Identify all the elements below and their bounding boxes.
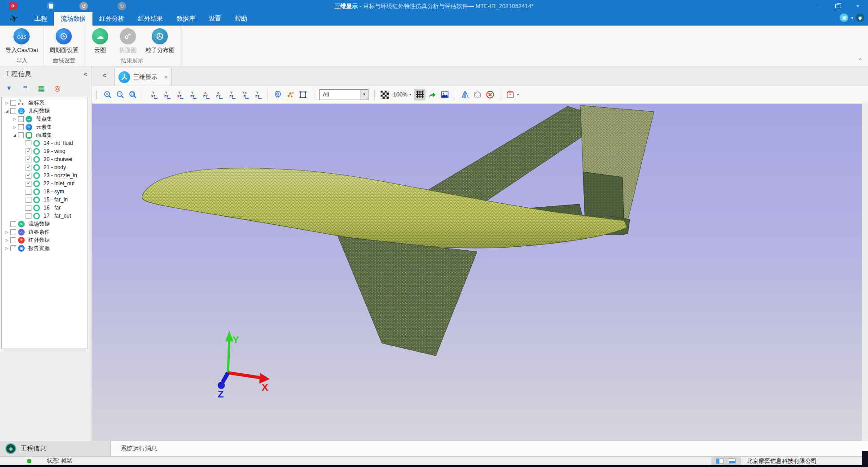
checkbox-unchecked[interactable] xyxy=(10,221,16,227)
grid-view-button[interactable]: ▦ xyxy=(36,83,47,93)
checkbox-checked[interactable] xyxy=(26,157,31,162)
tree-item-11[interactable]: 18 - sym xyxy=(2,188,88,196)
expand-arrow-icon[interactable]: ▷ xyxy=(4,238,10,242)
tree-item-7[interactable]: 20 - chuiwei xyxy=(2,155,88,163)
tree-item-9[interactable]: 23 - nozzle_in xyxy=(2,171,88,179)
menu-item-6[interactable]: 帮助 xyxy=(228,12,254,26)
tree-item-6[interactable]: 19 - wing xyxy=(2,147,88,155)
view-iso-3-button[interactable]: Yzx xyxy=(251,89,263,100)
display-filter-dropdown[interactable]: All ▼ xyxy=(319,89,368,100)
checkbox-unchecked[interactable] xyxy=(10,237,16,243)
transparency-button[interactable] xyxy=(379,89,390,100)
zoom-out-button[interactable] xyxy=(114,89,126,100)
clear-view-button[interactable] xyxy=(484,89,496,100)
zoom-caret-icon[interactable]: ▾ xyxy=(409,92,411,96)
filter-button[interactable]: ▼ xyxy=(4,83,14,93)
tree-item-0[interactable]: ▷yzx坐标系 xyxy=(2,99,88,107)
checkbox-checked[interactable] xyxy=(26,181,31,187)
expand-arrow-icon[interactable]: ▷ xyxy=(4,101,10,105)
checkbox-unchecked[interactable] xyxy=(26,189,31,195)
toolbar-grip[interactable] xyxy=(96,90,98,99)
viewport-3d[interactable]: Y X Z xyxy=(92,104,862,441)
tree-item-15[interactable]: <流场数据 xyxy=(2,220,88,228)
checkbox-unchecked[interactable] xyxy=(26,205,31,211)
camera-button[interactable] xyxy=(272,89,284,100)
theme-button[interactable]: ▣ xyxy=(840,13,848,22)
layout-bottom-icon[interactable] xyxy=(728,458,736,464)
app-plane-button[interactable]: ✈ xyxy=(9,2,17,10)
tree-item-13[interactable]: 16 - far xyxy=(2,204,88,212)
checkbox-checked[interactable] xyxy=(26,173,31,179)
expand-arrow-icon[interactable]: ▷ xyxy=(12,117,18,121)
tree-item-12[interactable]: 15 - far_in xyxy=(2,196,88,204)
checkbox-unchecked[interactable] xyxy=(18,132,24,138)
zoom-level-value[interactable]: 100% xyxy=(393,92,408,98)
save-button[interactable] xyxy=(47,2,55,10)
menu-item-5[interactable]: 设置 xyxy=(202,12,228,26)
tree-item-2[interactable]: ▷••节点集 xyxy=(2,115,88,123)
select-region-button[interactable] xyxy=(297,89,309,100)
checkbox-checked[interactable] xyxy=(26,165,31,170)
locate-button[interactable]: ◎ xyxy=(52,83,63,93)
caret-down-icon[interactable]: ▾ xyxy=(851,16,853,20)
tree-item-5[interactable]: 14 - int_fluid xyxy=(2,139,88,147)
tree-item-18[interactable]: ▷▣报告资源 xyxy=(2,244,88,252)
checkbox-unchecked[interactable] xyxy=(26,213,31,219)
maximize-button[interactable] xyxy=(827,0,847,12)
tree-item-8[interactable]: 21 - body xyxy=(2,163,88,171)
checkbox-unchecked[interactable] xyxy=(26,197,31,203)
menu-item-3[interactable]: 红外结果 xyxy=(131,12,170,26)
mesh-grid-toggle[interactable] xyxy=(414,89,425,100)
collapse-all-button[interactable]: ≡ xyxy=(20,83,31,93)
expand-arrow-icon[interactable]: ▷ xyxy=(4,230,10,234)
cloud-plot-button[interactable]: ☁ 云图 xyxy=(87,27,113,55)
checkbox-unchecked[interactable] xyxy=(18,116,24,122)
export-share-button[interactable] xyxy=(426,89,438,100)
view-back-button[interactable]: Yzx xyxy=(186,89,198,100)
layout-split-icon[interactable] xyxy=(716,458,723,464)
panel-collapse-button[interactable]: < xyxy=(83,71,87,78)
view-iso-1-button[interactable]: Yzx xyxy=(225,89,237,100)
checkbox-unchecked[interactable] xyxy=(10,229,16,235)
tree-item-10[interactable]: 22 - inlet_out xyxy=(2,179,88,188)
snapshot-button[interactable] xyxy=(439,89,451,100)
particle-plot-button[interactable]: 粒子分布图 xyxy=(143,27,177,55)
menu-item-4[interactable]: 数据库 xyxy=(170,12,202,26)
ribbon-collapse-button[interactable]: ^ xyxy=(859,57,862,63)
tree-item-16[interactable]: ▷∴边界条件 xyxy=(2,228,88,236)
checkbox-checked[interactable] xyxy=(26,148,31,154)
close-button[interactable]: × xyxy=(847,0,868,12)
checkbox-unchecked[interactable] xyxy=(10,100,16,106)
view-iso-2-button[interactable]: Yxz xyxy=(238,89,250,100)
mirror-button[interactable] xyxy=(459,89,471,100)
view-right-button[interactable]: Yzx xyxy=(160,89,172,100)
dropdown-arrow-icon[interactable]: ▼ xyxy=(360,90,368,100)
menu-item-2[interactable]: 红外分析 xyxy=(92,12,131,26)
zoom-in-button[interactable] xyxy=(102,89,114,100)
tree-item-4[interactable]: ◢面域集 xyxy=(2,131,88,139)
archive-caret-icon[interactable]: ▾ xyxy=(517,92,519,96)
menu-item-1[interactable]: 流场数据 xyxy=(54,12,92,26)
particle-cluster-button[interactable] xyxy=(285,89,296,100)
checkbox-unchecked[interactable] xyxy=(26,140,31,146)
checkbox-unchecked[interactable] xyxy=(18,124,24,130)
view-bottom-button[interactable]: xzY xyxy=(212,89,224,100)
zoom-fit-button[interactable] xyxy=(127,89,139,100)
menu-item-0[interactable]: 工程 xyxy=(28,12,54,26)
undo-button[interactable]: ↺ xyxy=(79,2,88,10)
periodic-face-button[interactable]: 周期面设置 xyxy=(47,27,81,55)
tree-item-3[interactable]: ▷○元素集 xyxy=(2,123,88,131)
import-cas-dat-button[interactable]: cas 导入Cas/Dat xyxy=(3,27,41,55)
redo-button[interactable]: ↻ xyxy=(118,2,126,10)
expand-arrow-icon[interactable]: ▷ xyxy=(12,125,18,129)
view-front-button[interactable]: Yxz xyxy=(173,89,185,100)
runtime-message-bar[interactable]: 系统运行消息 xyxy=(111,441,868,456)
tree-item-17[interactable]: ▷✳红外数据 xyxy=(2,236,88,244)
project-panel-footer-tab[interactable]: ◈ 工程信息 xyxy=(0,441,111,456)
expand-arrow-icon[interactable]: ▷ xyxy=(4,246,10,250)
minimize-button[interactable] xyxy=(806,0,827,12)
collapse-arrow-icon[interactable]: ◢ xyxy=(4,109,10,113)
tab-close-icon[interactable]: × xyxy=(164,74,168,81)
tab-scroll-left-button[interactable]: < xyxy=(103,72,106,79)
point-cloud-button[interactable] xyxy=(472,89,483,100)
